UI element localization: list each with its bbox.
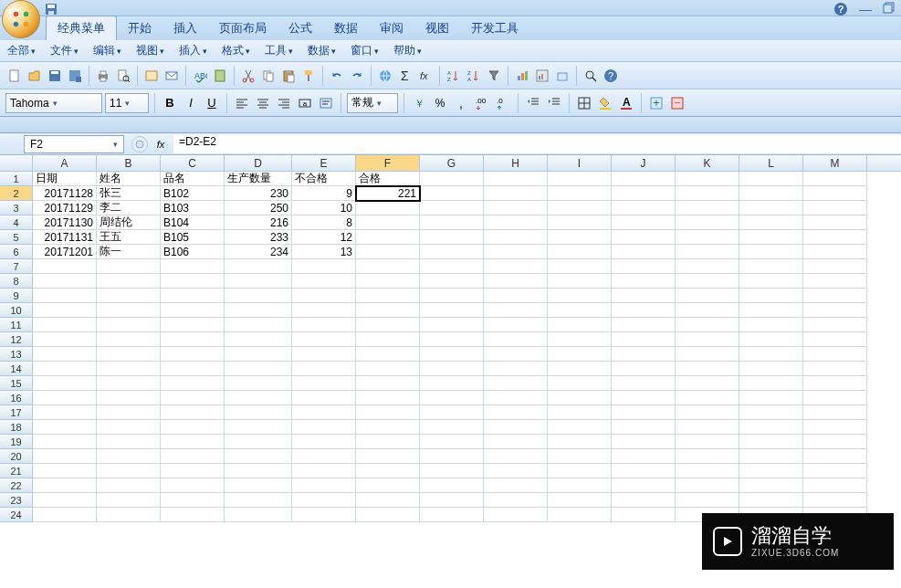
cell-D9[interactable] <box>225 289 292 303</box>
cell-F17[interactable] <box>356 405 420 420</box>
cell-B2[interactable]: 张三 <box>97 186 161 201</box>
col-header-B[interactable]: B <box>97 155 161 171</box>
cell-D6[interactable]: 234 <box>225 245 292 259</box>
row-header[interactable]: 1 <box>0 172 33 186</box>
ribbon-tab-3[interactable]: 页面布局 <box>208 16 278 40</box>
cell-B20[interactable] <box>97 449 161 464</box>
cell-E10[interactable] <box>292 303 356 318</box>
cell-H13[interactable] <box>484 347 548 362</box>
font-name-combo[interactable]: Tahoma▾ <box>5 93 102 113</box>
align-right-icon[interactable] <box>275 94 293 112</box>
cell-J2[interactable] <box>612 186 676 201</box>
font-size-combo[interactable]: 11▾ <box>105 93 149 113</box>
cell-A17[interactable] <box>33 405 97 420</box>
row-header[interactable]: 5 <box>0 230 33 245</box>
cell-I2[interactable] <box>548 186 612 201</box>
cell-C19[interactable] <box>161 435 225 449</box>
cell-A12[interactable] <box>33 332 97 347</box>
cell-B17[interactable] <box>97 405 161 420</box>
cell-M8[interactable] <box>803 274 867 289</box>
cell-E19[interactable] <box>292 435 356 449</box>
cell-D12[interactable] <box>225 332 292 347</box>
cell-K21[interactable] <box>676 464 739 478</box>
cell-J13[interactable] <box>612 347 676 362</box>
cell-G22[interactable] <box>420 478 484 493</box>
ribbon-tab-0[interactable]: 经典菜单 <box>46 16 117 40</box>
merge-icon[interactable]: a <box>296 94 314 112</box>
cell-J17[interactable] <box>612 405 676 420</box>
row-header[interactable]: 16 <box>0 391 33 405</box>
cell-D11[interactable] <box>225 318 292 332</box>
cell-K23[interactable] <box>676 493 739 508</box>
cell-D10[interactable] <box>225 303 292 318</box>
help-icon[interactable]: ? <box>602 67 620 85</box>
cell-B4[interactable]: 周结伦 <box>97 215 161 230</box>
row-header[interactable]: 14 <box>0 362 33 376</box>
cell-A21[interactable] <box>33 464 97 478</box>
cell-M9[interactable] <box>803 289 867 303</box>
cell-E4[interactable]: 8 <box>292 215 356 230</box>
cell-I5[interactable] <box>548 230 612 245</box>
cell-B7[interactable] <box>97 259 161 274</box>
cell-A11[interactable] <box>33 318 97 332</box>
cell-I14[interactable] <box>548 362 612 376</box>
save-icon[interactable] <box>46 67 64 85</box>
cell-C1[interactable]: 品名 <box>161 172 225 186</box>
select-all-corner[interactable] <box>0 155 33 171</box>
cell-E23[interactable] <box>292 493 356 508</box>
cell-A24[interactable] <box>33 508 97 522</box>
cell-G7[interactable] <box>420 259 484 274</box>
percent-icon[interactable]: % <box>431 94 449 112</box>
cell-D24[interactable] <box>225 508 292 522</box>
cell-E20[interactable] <box>292 449 356 464</box>
cell-I17[interactable] <box>548 405 612 420</box>
menu-format[interactable]: 格式▾ <box>222 43 250 58</box>
cell-M15[interactable] <box>803 376 867 391</box>
email-icon[interactable] <box>162 67 181 85</box>
cell-J5[interactable] <box>612 230 676 245</box>
col-header-C[interactable]: C <box>161 155 225 171</box>
col-header-I[interactable]: I <box>548 155 612 171</box>
cell-H19[interactable] <box>484 435 548 449</box>
menu-data[interactable]: 数据▾ <box>308 43 336 58</box>
cell-C6[interactable]: B106 <box>161 245 225 259</box>
cell-E21[interactable] <box>292 464 356 478</box>
cell-L14[interactable] <box>739 362 803 376</box>
cell-J10[interactable] <box>612 303 676 318</box>
cell-L4[interactable] <box>739 215 803 230</box>
cell-I19[interactable] <box>548 435 612 449</box>
cell-F24[interactable] <box>356 508 420 522</box>
wrap-text-icon[interactable] <box>317 94 335 112</box>
cell-L23[interactable] <box>739 493 803 508</box>
cell-L8[interactable] <box>739 274 803 289</box>
cell-B18[interactable] <box>97 420 161 435</box>
cell-J4[interactable] <box>612 215 676 230</box>
cell-H7[interactable] <box>484 259 548 274</box>
border-icon[interactable] <box>575 94 593 112</box>
pivotchart-icon[interactable] <box>533 67 551 85</box>
cell-A9[interactable] <box>33 289 97 303</box>
chart-icon[interactable] <box>513 67 531 85</box>
row-header[interactable]: 2 <box>0 186 33 201</box>
cell-C7[interactable] <box>161 259 225 274</box>
cell-G23[interactable] <box>420 493 484 508</box>
cell-I1[interactable] <box>548 172 612 186</box>
cell-C14[interactable] <box>161 362 225 376</box>
cell-K9[interactable] <box>676 289 739 303</box>
cell-E7[interactable] <box>292 259 356 274</box>
cell-M7[interactable] <box>803 259 867 274</box>
cell-E17[interactable] <box>292 405 356 420</box>
cell-G20[interactable] <box>420 449 484 464</box>
row-header[interactable]: 15 <box>0 376 33 391</box>
cell-F16[interactable] <box>356 391 420 405</box>
menu-tools[interactable]: 工具▾ <box>265 43 293 58</box>
restore-icon[interactable] <box>883 2 896 16</box>
cell-H2[interactable] <box>484 186 548 201</box>
bold-icon[interactable]: B <box>161 94 179 112</box>
open-icon[interactable] <box>26 67 44 85</box>
cell-G1[interactable] <box>420 172 484 186</box>
cell-M6[interactable] <box>803 245 867 259</box>
cell-G17[interactable] <box>420 405 484 420</box>
cell-L9[interactable] <box>739 289 803 303</box>
cell-F10[interactable] <box>356 303 420 318</box>
